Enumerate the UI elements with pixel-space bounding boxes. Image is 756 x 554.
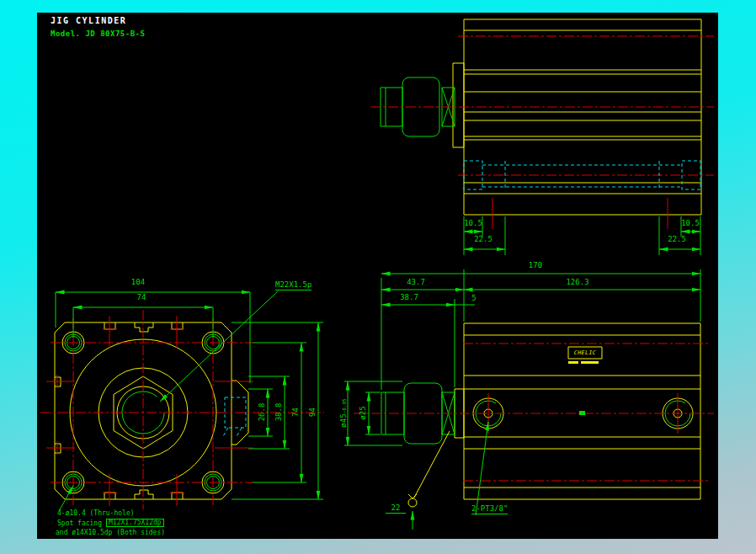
note-spot-facing-spec: M12X1.75X12dp [106,519,164,527]
thread-callout: M22X1.5p [275,281,311,290]
dim-126-3: 126.3 [555,279,600,286]
dim-10-5-left: 10.5 [461,220,485,227]
dim-10-5-right: 10.5 [679,220,702,227]
dimensions-side [344,269,700,530]
thread-leader-line [160,291,278,402]
note-thru-hole: 4-ø10.4 (Thru-hole) [57,510,135,517]
dim-104: 104 [117,279,159,286]
dia-45-tolerance: -0.05 [341,398,347,413]
dim-38-8: 38.8 [275,398,283,427]
body-front [55,322,248,499]
cad-application-background: { "title": "JIG CYLINDER", "model": "Mod… [0,0,756,554]
drawing-geometry [37,13,718,539]
port-callout: 2-PT3/8" [471,505,508,514]
dimensions-front [56,291,323,511]
drawing-canvas: JIG CYLINDER Model. JD 80X75-B-S 10.5 22… [37,13,718,539]
wrench-callout-symbol [408,431,450,507]
dim-74-top: 74 [120,294,162,301]
dim-dia-45: ø45-0.05 [340,394,348,433]
note-leader-line [59,486,73,511]
dim-22-5-left: 22.5 [466,236,500,243]
drawing-title: JIG CYLINDER [51,16,126,25]
brand-label: CHELIC [568,348,602,358]
port-leader-line [476,422,488,515]
centerlines-top [370,36,714,229]
dim-170: 170 [517,262,554,269]
dim-26-8: 26.8 [258,398,266,427]
top-side-view [370,19,714,255]
dim-dia-25: ø25 [359,402,367,424]
piston-mark [579,411,585,415]
centerlines-side [354,344,714,481]
dim-38-7: 38.7 [391,294,428,301]
note-both-sides: and ø14X10.5dp (Both sides) [56,530,165,536]
dim-94: 94 [309,398,317,427]
model-label: Model. JD 80X75-B-S [51,30,145,39]
side-view [344,269,714,530]
note-spot-facing: Spot facing [57,520,102,527]
dim-5: 5 [468,295,480,302]
cylinder-body-top [453,19,701,215]
dim-74-right: 74 [292,398,300,427]
dim-22-5-right: 22.5 [660,236,694,243]
dim-43-7: 43.7 [397,279,434,286]
wrench-size-label: 22 [386,504,406,514]
hidden-port-front [222,397,246,438]
dia-45-value: ø45 [339,413,348,427]
